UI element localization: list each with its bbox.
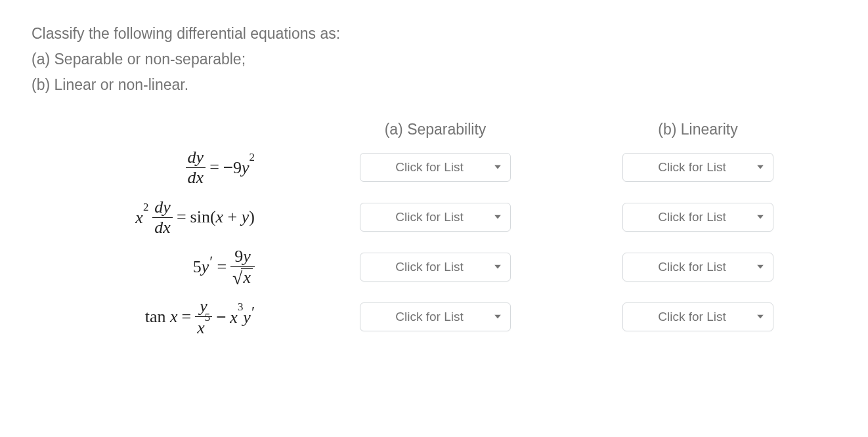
header-spacer bbox=[32, 116, 281, 142]
dropdown-eq3-linearity[interactable]: Click for List bbox=[622, 253, 773, 281]
chevron-down-icon bbox=[494, 315, 501, 320]
chevron-down-icon bbox=[757, 165, 764, 170]
dropdown-label: Click for List bbox=[658, 210, 737, 224]
dropdown-label: Click for List bbox=[658, 310, 737, 324]
dropdown-eq3-separability[interactable]: Click for List bbox=[360, 253, 511, 281]
dropdown-label: Click for List bbox=[395, 210, 475, 224]
chevron-down-icon bbox=[494, 165, 501, 170]
instructions-block: Classify the following differential equa… bbox=[32, 21, 836, 98]
equation-2: x2 dy dx = sin(x + y) bbox=[32, 192, 281, 242]
dropdown-eq4-separability[interactable]: Click for List bbox=[360, 302, 511, 331]
dropdown-label: Click for List bbox=[658, 260, 737, 274]
dropdown-label: Click for List bbox=[395, 260, 475, 274]
chevron-down-icon bbox=[494, 265, 501, 270]
equation-3: 5y′ = 9y √ x bbox=[32, 242, 281, 292]
dropdown-eq1-linearity[interactable]: Click for List bbox=[622, 153, 773, 182]
instruction-line-2: (a) Separable or non-separable; bbox=[32, 47, 836, 72]
header-linearity: (b) Linearity bbox=[590, 116, 806, 142]
dropdown-eq2-separability[interactable]: Click for List bbox=[360, 203, 511, 232]
chevron-down-icon bbox=[757, 265, 764, 270]
instruction-line-3: (b) Linear or non-linear. bbox=[32, 72, 836, 98]
dropdown-eq2-linearity[interactable]: Click for List bbox=[622, 203, 773, 232]
instruction-line-1: Classify the following differential equa… bbox=[32, 21, 836, 47]
chevron-down-icon bbox=[757, 315, 764, 320]
header-separability: (a) Separability bbox=[327, 116, 544, 142]
dropdown-eq4-linearity[interactable]: Click for List bbox=[622, 302, 773, 331]
problem-grid: (a) Separability (b) Linearity dy dx = −… bbox=[32, 116, 836, 342]
dropdown-label: Click for List bbox=[395, 310, 475, 324]
equation-4: tan x = y x5 − x3y′ bbox=[32, 292, 281, 342]
dropdown-label: Click for List bbox=[658, 160, 737, 175]
dropdown-label: Click for List bbox=[395, 160, 475, 175]
equation-1: dy dx = −9y2 bbox=[32, 142, 281, 192]
dropdown-eq1-separability[interactable]: Click for List bbox=[360, 153, 511, 182]
chevron-down-icon bbox=[494, 215, 501, 220]
chevron-down-icon bbox=[757, 215, 764, 220]
